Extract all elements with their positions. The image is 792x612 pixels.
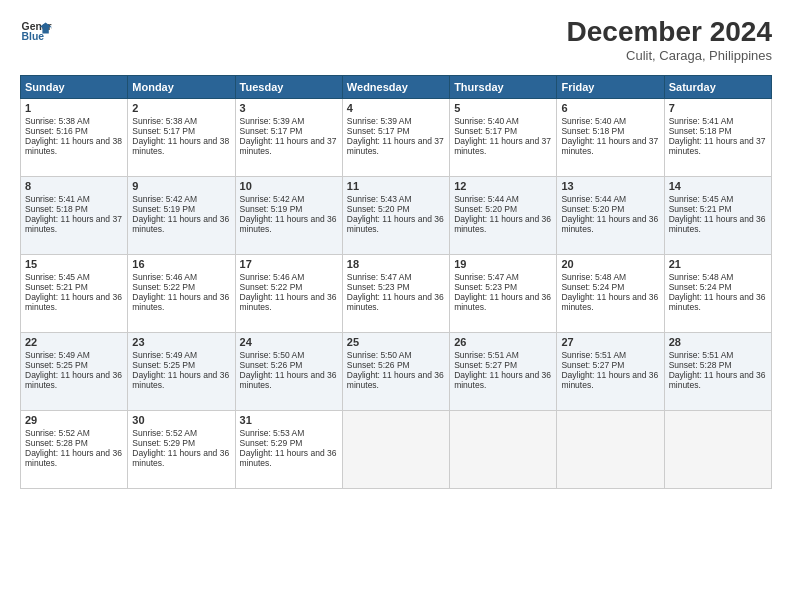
day-number: 4: [347, 102, 445, 114]
daylight: Daylight: 11 hours and 36 minutes.: [240, 292, 337, 312]
sunrise: Sunrise: 5:52 AM: [132, 428, 197, 438]
day-number: 24: [240, 336, 338, 348]
daylight: Daylight: 11 hours and 36 minutes.: [25, 292, 122, 312]
sunset: Sunset: 5:16 PM: [25, 126, 88, 136]
daylight: Daylight: 11 hours and 36 minutes.: [454, 292, 551, 312]
sunset: Sunset: 5:21 PM: [25, 282, 88, 292]
calendar-cell: 5 Sunrise: 5:40 AM Sunset: 5:17 PM Dayli…: [450, 99, 557, 177]
week-row-3: 15 Sunrise: 5:45 AM Sunset: 5:21 PM Dayl…: [21, 255, 772, 333]
day-number: 6: [561, 102, 659, 114]
sunset: Sunset: 5:26 PM: [240, 360, 303, 370]
week-row-5: 29 Sunrise: 5:52 AM Sunset: 5:28 PM Dayl…: [21, 411, 772, 489]
sunset: Sunset: 5:18 PM: [561, 126, 624, 136]
column-header-thursday: Thursday: [450, 76, 557, 99]
week-row-2: 8 Sunrise: 5:41 AM Sunset: 5:18 PM Dayli…: [21, 177, 772, 255]
sunrise: Sunrise: 5:42 AM: [132, 194, 197, 204]
calendar-cell: 1 Sunrise: 5:38 AM Sunset: 5:16 PM Dayli…: [21, 99, 128, 177]
sunset: Sunset: 5:29 PM: [132, 438, 195, 448]
sunrise: Sunrise: 5:48 AM: [669, 272, 734, 282]
calendar-cell: 25 Sunrise: 5:50 AM Sunset: 5:26 PM Dayl…: [342, 333, 449, 411]
sunset: Sunset: 5:26 PM: [347, 360, 410, 370]
calendar-cell: 18 Sunrise: 5:47 AM Sunset: 5:23 PM Dayl…: [342, 255, 449, 333]
sunset: Sunset: 5:22 PM: [240, 282, 303, 292]
week-row-4: 22 Sunrise: 5:49 AM Sunset: 5:25 PM Dayl…: [21, 333, 772, 411]
day-number: 29: [25, 414, 123, 426]
day-number: 22: [25, 336, 123, 348]
sunrise: Sunrise: 5:48 AM: [561, 272, 626, 282]
day-number: 10: [240, 180, 338, 192]
header: General Blue December 2024 Culit, Caraga…: [20, 16, 772, 63]
sunset: Sunset: 5:17 PM: [240, 126, 303, 136]
calendar-cell: 11 Sunrise: 5:43 AM Sunset: 5:20 PM Dayl…: [342, 177, 449, 255]
svg-text:Blue: Blue: [22, 31, 45, 42]
calendar-cell: 8 Sunrise: 5:41 AM Sunset: 5:18 PM Dayli…: [21, 177, 128, 255]
sunset: Sunset: 5:22 PM: [132, 282, 195, 292]
calendar-cell: 29 Sunrise: 5:52 AM Sunset: 5:28 PM Dayl…: [21, 411, 128, 489]
sunrise: Sunrise: 5:46 AM: [132, 272, 197, 282]
daylight: Daylight: 11 hours and 37 minutes.: [561, 136, 658, 156]
day-number: 16: [132, 258, 230, 270]
sunrise: Sunrise: 5:46 AM: [240, 272, 305, 282]
day-number: 1: [25, 102, 123, 114]
sunset: Sunset: 5:25 PM: [25, 360, 88, 370]
calendar-cell: 15 Sunrise: 5:45 AM Sunset: 5:21 PM Dayl…: [21, 255, 128, 333]
daylight: Daylight: 11 hours and 38 minutes.: [25, 136, 122, 156]
day-number: 17: [240, 258, 338, 270]
sunrise: Sunrise: 5:38 AM: [132, 116, 197, 126]
sunset: Sunset: 5:17 PM: [132, 126, 195, 136]
location: Culit, Caraga, Philippines: [567, 48, 772, 63]
sunrise: Sunrise: 5:41 AM: [669, 116, 734, 126]
day-number: 9: [132, 180, 230, 192]
day-number: 18: [347, 258, 445, 270]
column-header-sunday: Sunday: [21, 76, 128, 99]
sunset: Sunset: 5:19 PM: [132, 204, 195, 214]
day-number: 11: [347, 180, 445, 192]
sunrise: Sunrise: 5:44 AM: [454, 194, 519, 204]
daylight: Daylight: 11 hours and 37 minutes.: [25, 214, 122, 234]
sunrise: Sunrise: 5:39 AM: [240, 116, 305, 126]
day-number: 20: [561, 258, 659, 270]
calendar-cell: 20 Sunrise: 5:48 AM Sunset: 5:24 PM Dayl…: [557, 255, 664, 333]
calendar-cell: 31 Sunrise: 5:53 AM Sunset: 5:29 PM Dayl…: [235, 411, 342, 489]
calendar-cell: [342, 411, 449, 489]
calendar-cell: 26 Sunrise: 5:51 AM Sunset: 5:27 PM Dayl…: [450, 333, 557, 411]
calendar-cell: 12 Sunrise: 5:44 AM Sunset: 5:20 PM Dayl…: [450, 177, 557, 255]
sunset: Sunset: 5:27 PM: [561, 360, 624, 370]
day-number: 28: [669, 336, 767, 348]
daylight: Daylight: 11 hours and 36 minutes.: [132, 214, 229, 234]
daylight: Daylight: 11 hours and 36 minutes.: [240, 214, 337, 234]
daylight: Daylight: 11 hours and 36 minutes.: [669, 214, 766, 234]
daylight: Daylight: 11 hours and 37 minutes.: [347, 136, 444, 156]
sunrise: Sunrise: 5:40 AM: [561, 116, 626, 126]
sunset: Sunset: 5:20 PM: [347, 204, 410, 214]
column-header-wednesday: Wednesday: [342, 76, 449, 99]
sunset: Sunset: 5:20 PM: [454, 204, 517, 214]
sunrise: Sunrise: 5:52 AM: [25, 428, 90, 438]
daylight: Daylight: 11 hours and 36 minutes.: [454, 214, 551, 234]
sunrise: Sunrise: 5:51 AM: [454, 350, 519, 360]
daylight: Daylight: 11 hours and 36 minutes.: [347, 214, 444, 234]
calendar-cell: 13 Sunrise: 5:44 AM Sunset: 5:20 PM Dayl…: [557, 177, 664, 255]
sunrise: Sunrise: 5:51 AM: [561, 350, 626, 360]
sunset: Sunset: 5:29 PM: [240, 438, 303, 448]
sunset: Sunset: 5:20 PM: [561, 204, 624, 214]
sunset: Sunset: 5:27 PM: [454, 360, 517, 370]
daylight: Daylight: 11 hours and 36 minutes.: [132, 370, 229, 390]
daylight: Daylight: 11 hours and 37 minutes.: [669, 136, 766, 156]
daylight: Daylight: 11 hours and 36 minutes.: [669, 370, 766, 390]
calendar-cell: 7 Sunrise: 5:41 AM Sunset: 5:18 PM Dayli…: [664, 99, 771, 177]
day-number: 23: [132, 336, 230, 348]
week-row-1: 1 Sunrise: 5:38 AM Sunset: 5:16 PM Dayli…: [21, 99, 772, 177]
calendar-cell: 2 Sunrise: 5:38 AM Sunset: 5:17 PM Dayli…: [128, 99, 235, 177]
sunset: Sunset: 5:24 PM: [561, 282, 624, 292]
logo: General Blue: [20, 16, 52, 48]
daylight: Daylight: 11 hours and 36 minutes.: [669, 292, 766, 312]
sunrise: Sunrise: 5:43 AM: [347, 194, 412, 204]
daylight: Daylight: 11 hours and 36 minutes.: [25, 448, 122, 468]
calendar-cell: 24 Sunrise: 5:50 AM Sunset: 5:26 PM Dayl…: [235, 333, 342, 411]
daylight: Daylight: 11 hours and 36 minutes.: [454, 370, 551, 390]
daylight: Daylight: 11 hours and 36 minutes.: [25, 370, 122, 390]
sunrise: Sunrise: 5:41 AM: [25, 194, 90, 204]
sunrise: Sunrise: 5:47 AM: [454, 272, 519, 282]
sunrise: Sunrise: 5:45 AM: [669, 194, 734, 204]
